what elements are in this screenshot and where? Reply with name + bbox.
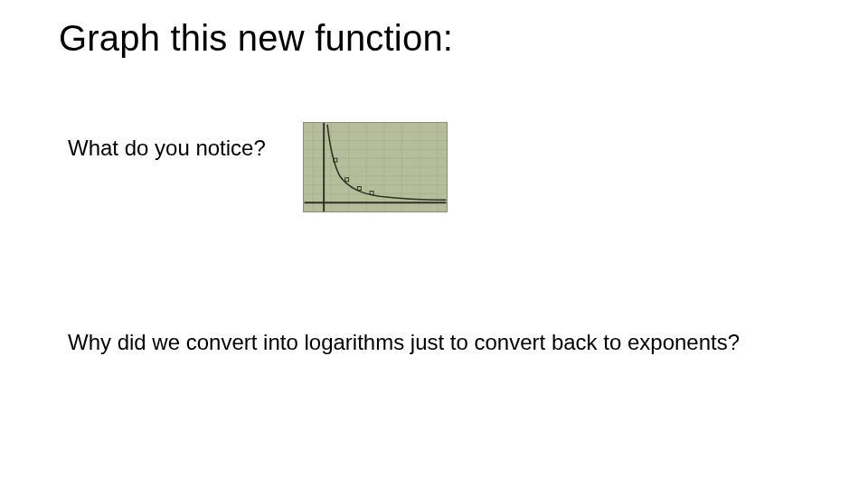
question-why-convert: Why did we convert into logarithms just … xyxy=(68,330,809,355)
svg-rect-17 xyxy=(345,178,349,182)
slide-title: Graph this new function: xyxy=(59,18,453,59)
question-notice: What do you notice? xyxy=(68,136,266,161)
decay-curve-plot xyxy=(304,123,447,211)
slide: Graph this new function: What do you not… xyxy=(0,0,868,488)
svg-rect-18 xyxy=(357,187,361,191)
decay-curve xyxy=(327,125,446,200)
calculator-graph-image xyxy=(303,122,448,212)
